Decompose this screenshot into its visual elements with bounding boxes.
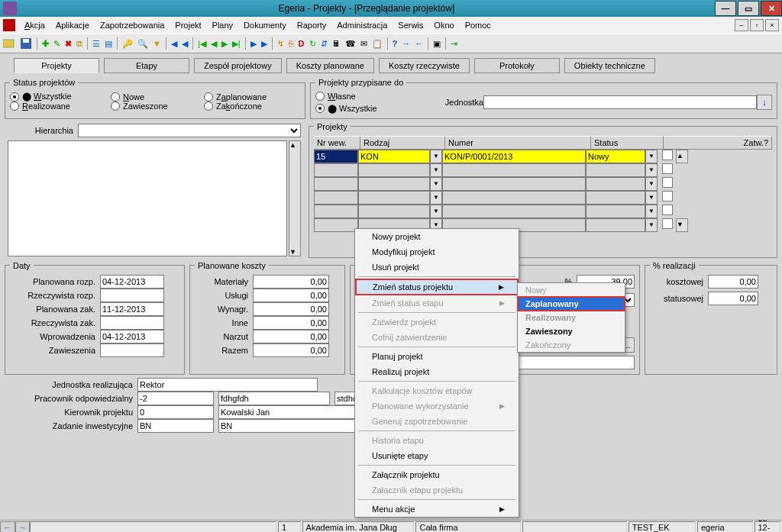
delete-icon[interactable]: ✖ xyxy=(65,39,72,49)
copy-icon[interactable]: ⧉ xyxy=(76,39,82,49)
tree-icon[interactable]: ▤ xyxy=(105,39,112,49)
radio-zakonczone[interactable]: Zakończone xyxy=(204,102,288,111)
inne-input[interactable] xyxy=(253,316,329,330)
koszt-input[interactable] xyxy=(708,275,758,289)
rec-prev-icon[interactable]: ◀ xyxy=(211,39,217,49)
hierarchia-select[interactable] xyxy=(78,124,301,137)
col-rodzaj[interactable]: Rodzaj xyxy=(360,136,445,150)
zatw-checkbox[interactable] xyxy=(662,150,673,160)
filter-icon[interactable]: ▼ xyxy=(153,39,161,48)
tab-koszty-plan[interactable]: Koszty planowane xyxy=(286,58,374,73)
tab-protokoly[interactable]: Protokoły xyxy=(474,58,560,73)
plan-zak-input[interactable] xyxy=(100,302,164,316)
scrollbar[interactable]: ▲▼ xyxy=(289,140,301,256)
rec-last-icon[interactable]: ▶| xyxy=(232,39,241,49)
tool-hier-icon[interactable]: ⇵ xyxy=(321,39,328,49)
radio-nowe[interactable]: Nowe xyxy=(111,92,195,102)
prev-icon[interactable]: ◀ xyxy=(182,39,188,49)
scroll-down[interactable]: ▼ xyxy=(676,218,688,232)
radio-wszystkie[interactable]: ⬤ Wszystkie xyxy=(10,92,102,102)
col-status[interactable]: Status xyxy=(591,136,664,150)
zad-kod-input[interactable] xyxy=(137,419,214,433)
raz-input[interactable] xyxy=(253,343,329,357)
calc-icon[interactable]: 🖩 xyxy=(332,39,341,48)
rodzaj-dropdown[interactable]: ▼ xyxy=(430,150,442,163)
jed-input[interactable] xyxy=(137,378,318,392)
win-icon[interactable]: ▣ xyxy=(433,39,441,49)
in-icon[interactable]: ← xyxy=(415,39,423,48)
menu-aplikacje[interactable]: Aplikacje xyxy=(51,19,94,31)
ctx-menu-akcje[interactable]: Menu akcje▶ xyxy=(355,501,519,517)
menu-serwis[interactable]: Serwis xyxy=(393,19,428,31)
menu-okno[interactable]: Okno xyxy=(429,19,458,31)
menu-projekt[interactable]: Projekt xyxy=(170,19,205,31)
next-icon[interactable]: ▶ xyxy=(250,39,257,49)
ctx-modyfikuj-projekt[interactable]: Modyfikuj projekt xyxy=(355,244,519,260)
mail-icon[interactable]: ✉ xyxy=(360,39,367,49)
jednostka-lookup-button[interactable]: ↓ xyxy=(757,95,772,110)
kier-kod-input[interactable] xyxy=(137,405,214,419)
tab-obiekty[interactable]: Obiekty techniczne xyxy=(564,58,655,73)
exit-icon[interactable]: ⇥ xyxy=(451,39,457,49)
tab-koszty-rzecz[interactable]: Koszty rzeczywiste xyxy=(379,58,470,73)
rec-next-icon[interactable]: ▶ xyxy=(221,39,228,49)
radio-realizowane[interactable]: Realizowane xyxy=(10,102,102,111)
status-next-button[interactable]: → xyxy=(15,521,31,532)
ctx-planuj[interactable]: Planuj projekt xyxy=(355,349,519,364)
radio-wlasne[interactable]: Własne xyxy=(315,92,356,101)
plan-rozp-input[interactable] xyxy=(100,275,164,289)
col-zatw[interactable]: Zatw.? xyxy=(664,136,772,150)
grid-row-2[interactable]: ▼▼ xyxy=(314,163,772,177)
ctx-nowy-projekt[interactable]: Nowy projekt xyxy=(355,229,519,244)
ctx-zmien-status-projektu[interactable]: Zmień status projektu▶ xyxy=(355,279,519,295)
grid-row-1[interactable]: 15 KON ▼ KON/P/0001/2013 Nowy ▼ ▲ xyxy=(314,150,772,163)
jednostka-input[interactable] xyxy=(483,95,757,109)
ctx-zal-projektu[interactable]: Załącznik projektu xyxy=(355,467,519,482)
refresh-icon[interactable]: ↻ xyxy=(309,39,316,49)
mat-input[interactable] xyxy=(253,275,329,289)
menu-zapotrzebowania[interactable]: Zapotrzebowania xyxy=(95,19,169,31)
edit-icon[interactable]: ✎ xyxy=(53,39,60,49)
radio-zawieszone[interactable]: Zawieszone xyxy=(111,102,195,111)
save-icon[interactable] xyxy=(20,37,32,50)
menu-akcja[interactable]: Akcja xyxy=(20,19,50,31)
tool-b-icon[interactable]: ⎘ xyxy=(289,39,294,48)
grid-row-3[interactable]: ▼▼ xyxy=(314,177,772,191)
mdi-minimize[interactable]: – xyxy=(735,19,748,31)
menu-pomoc[interactable]: Pomoc xyxy=(460,19,496,31)
mdi-close[interactable]: × xyxy=(765,19,779,31)
ctx-realizuj[interactable]: Realizuj projekt xyxy=(355,364,519,379)
tab-etapy[interactable]: Etapy xyxy=(104,58,189,73)
col-nrwew[interactable]: Nr wew. xyxy=(314,136,360,150)
plus-icon[interactable]: ✚ xyxy=(42,39,49,49)
rzecz-rozp-input[interactable] xyxy=(100,289,164,302)
prac-kod-input[interactable] xyxy=(137,392,214,405)
prac-nazw-input[interactable] xyxy=(218,392,330,405)
maximize-button[interactable]: ▭ xyxy=(738,1,759,16)
status-prev-button[interactable]: ← xyxy=(0,521,15,532)
close-button[interactable]: ✕ xyxy=(761,1,782,16)
menu-administracja[interactable]: Administracja xyxy=(332,19,392,31)
mdi-restore[interactable]: ▫ xyxy=(750,19,764,31)
help-icon[interactable]: ? xyxy=(393,39,398,48)
menu-plany[interactable]: Plany xyxy=(208,19,238,31)
status-dropdown[interactable]: ▼ xyxy=(645,150,658,163)
list-icon[interactable]: ☰ xyxy=(92,39,100,49)
tab-projekty[interactable]: Projekty xyxy=(14,58,99,73)
scroll-up[interactable]: ▲ xyxy=(676,150,688,163)
radio-zaplanowane[interactable]: Zaplanowane xyxy=(204,92,288,102)
grid-row-4[interactable]: ▼▼ xyxy=(314,191,772,205)
ctx-usun-projekt[interactable]: Usuń projekt xyxy=(355,260,519,275)
minimize-button[interactable]: — xyxy=(715,1,736,16)
open-icon[interactable] xyxy=(3,37,15,50)
grid-row-5[interactable]: ▼▼ xyxy=(314,205,772,218)
phone-icon[interactable]: ☎ xyxy=(345,39,356,49)
rec-first-icon[interactable]: |◀ xyxy=(198,39,206,49)
stat-input[interactable] xyxy=(708,292,758,305)
tool-a-icon[interactable]: ↯ xyxy=(277,39,284,49)
menu-dokumenty[interactable]: Dokumenty xyxy=(239,19,291,31)
first-icon[interactable]: ◀ xyxy=(171,39,177,49)
menu-raporty[interactable]: Raporty xyxy=(292,19,331,31)
wyn-input[interactable] xyxy=(253,302,329,316)
zawiesz-input[interactable] xyxy=(100,343,164,357)
